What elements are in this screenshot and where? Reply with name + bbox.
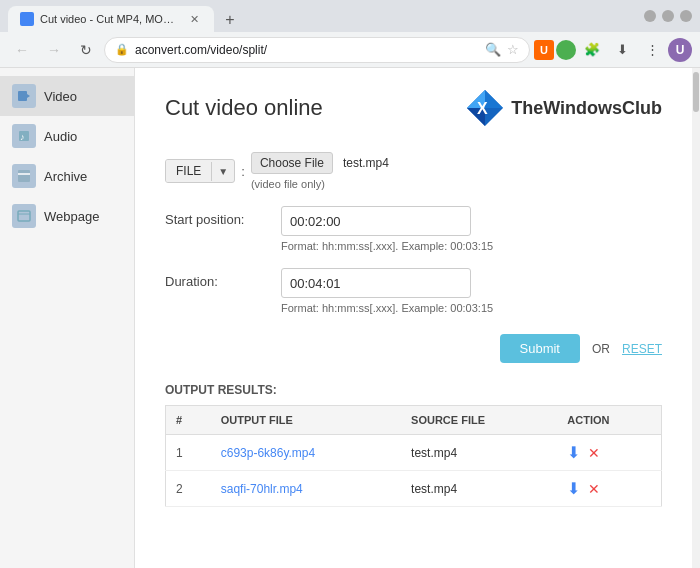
sidebar-item-webpage[interactable]: Webpage <box>0 196 134 236</box>
star-icon[interactable]: ☆ <box>507 42 519 57</box>
sidebar-webpage-label: Webpage <box>44 209 99 224</box>
sidebar-audio-label: Audio <box>44 129 77 144</box>
reload-button[interactable]: ↻ <box>72 36 100 64</box>
svg-marker-1 <box>27 94 30 98</box>
reset-button[interactable]: RESET <box>622 342 662 356</box>
start-position-row: Start position: Format: hh:mm:ss[.xxx]. … <box>165 206 662 252</box>
tab-title: Cut video - Cut MP4, MOV, WEB... <box>40 13 180 25</box>
selected-file-name: test.mp4 <box>343 156 389 170</box>
address-bar[interactable]: 🔒 aconvert.com/video/split/ 🔍 ☆ <box>104 37 530 63</box>
row-output-file[interactable]: saqfi-70hlr.mp4 <box>211 471 401 507</box>
tab-close-button[interactable]: ✕ <box>186 11 202 27</box>
output-file-link[interactable]: c693p-6k86y.mp4 <box>221 446 316 460</box>
maximize-button[interactable] <box>662 10 674 22</box>
row-actions: ⬇ ✕ <box>557 471 661 507</box>
table-row: 2 saqfi-70hlr.mp4 test.mp4 ⬇ ✕ <box>166 471 662 507</box>
action-icons: ⬇ ✕ <box>567 479 651 498</box>
brand-logo: X TheWindowsClub <box>465 88 662 128</box>
audio-icon: ♪ <box>12 124 36 148</box>
browser-toolbar: ← → ↻ 🔒 aconvert.com/video/split/ 🔍 ☆ U … <box>0 32 700 68</box>
duration-row: Duration: Format: hh:mm:ss[.xxx]. Exampl… <box>165 268 662 314</box>
col-header-action: ACTION <box>557 406 661 435</box>
delete-icon[interactable]: ✕ <box>588 445 600 461</box>
colon-separator: : <box>241 164 245 179</box>
col-header-num: # <box>166 406 211 435</box>
start-position-input[interactable] <box>281 206 471 236</box>
row-num: 1 <box>166 435 211 471</box>
row-source-file: test.mp4 <box>401 435 557 471</box>
download-icon[interactable]: ⬇ <box>567 479 580 498</box>
sidebar-item-archive[interactable]: Archive <box>0 156 134 196</box>
file-controls: FILE ▼ : Choose File test.mp4 (video fil… <box>165 152 389 190</box>
video-icon <box>12 84 36 108</box>
duration-label: Duration: <box>165 268 265 289</box>
file-type-button[interactable]: FILE ▼ <box>165 159 235 183</box>
download-icon[interactable]: ⬇ <box>567 443 580 462</box>
sidebar-archive-label: Archive <box>44 169 87 184</box>
sidebar-item-audio[interactable]: ♪ Audio <box>0 116 134 156</box>
svg-marker-9 <box>485 90 503 108</box>
file-dropdown-arrow[interactable]: ▼ <box>211 162 234 181</box>
choose-file-button[interactable]: Choose File <box>251 152 333 174</box>
output-section: OUTPUT RESULTS: # OUTPUT FILE SOURCE FIL… <box>165 383 662 507</box>
row-num: 2 <box>166 471 211 507</box>
submit-button[interactable]: Submit <box>500 334 580 363</box>
scrollbar-track[interactable] <box>692 68 700 568</box>
brand-diamond-icon: X <box>465 88 505 128</box>
profile-avatar[interactable]: U <box>668 38 692 62</box>
output-title: OUTPUT RESULTS: <box>165 383 662 397</box>
scrollbar-thumb[interactable] <box>693 72 699 112</box>
tab-favicon <box>20 12 34 26</box>
page-title: Cut video online <box>165 95 323 121</box>
start-position-group: Format: hh:mm:ss[.xxx]. Example: 00:03:1… <box>281 206 662 252</box>
svg-text:X: X <box>477 100 488 117</box>
action-row: Submit OR RESET <box>165 334 662 363</box>
delete-icon[interactable]: ✕ <box>588 481 600 497</box>
back-button[interactable]: ← <box>8 36 36 64</box>
u-extension-icon[interactable]: U <box>534 40 554 60</box>
new-tab-button[interactable]: + <box>218 8 242 32</box>
browser-content: Video ♪ Audio Archive Webpage Cut video … <box>0 68 700 568</box>
toolbar-actions: U 🧩 ⬇ ⋮ U <box>534 36 692 64</box>
page-content: Cut video online X TheWindowsClub <box>135 68 692 568</box>
or-text: OR <box>592 342 610 356</box>
lock-icon: 🔒 <box>115 43 129 56</box>
titlebar: Cut video - Cut MP4, MOV, WEB... ✕ + <box>0 0 700 32</box>
green-extension-icon[interactable] <box>556 40 576 60</box>
results-table: # OUTPUT FILE SOURCE FILE ACTION 1 c693p… <box>165 405 662 507</box>
duration-input[interactable] <box>281 268 471 298</box>
search-icon: 🔍 <box>485 42 501 57</box>
row-actions: ⬇ ✕ <box>557 435 661 471</box>
file-type-hint: (video file only) <box>251 178 389 190</box>
webpage-icon <box>12 204 36 228</box>
svg-rect-4 <box>18 170 30 182</box>
sidebar: Video ♪ Audio Archive Webpage <box>0 68 135 568</box>
output-file-link[interactable]: saqfi-70hlr.mp4 <box>221 482 303 496</box>
file-row: FILE ▼ : Choose File test.mp4 (video fil… <box>165 152 662 190</box>
archive-icon <box>12 164 36 188</box>
menu-button[interactable]: ⋮ <box>638 36 666 64</box>
brand-name-text: TheWindowsClub <box>511 98 662 119</box>
sidebar-item-video[interactable]: Video <box>0 76 134 116</box>
tab-bar: Cut video - Cut MP4, MOV, WEB... ✕ + <box>8 0 242 32</box>
minimize-button[interactable] <box>644 10 656 22</box>
forward-button[interactable]: → <box>40 36 68 64</box>
svg-rect-6 <box>18 211 30 221</box>
svg-rect-0 <box>18 91 27 101</box>
svg-text:♪: ♪ <box>20 132 25 142</box>
downloads-button[interactable]: ⬇ <box>608 36 636 64</box>
active-tab[interactable]: Cut video - Cut MP4, MOV, WEB... ✕ <box>8 6 214 32</box>
window-controls <box>644 10 692 22</box>
extensions-button[interactable]: 🧩 <box>578 36 606 64</box>
table-row: 1 c693p-6k86y.mp4 test.mp4 ⬇ ✕ <box>166 435 662 471</box>
row-output-file[interactable]: c693p-6k86y.mp4 <box>211 435 401 471</box>
table-header-row: # OUTPUT FILE SOURCE FILE ACTION <box>166 406 662 435</box>
file-type-label: FILE <box>166 160 211 182</box>
page-header: Cut video online X TheWindowsClub <box>165 88 662 128</box>
row-source-file: test.mp4 <box>401 471 557 507</box>
close-button[interactable] <box>680 10 692 22</box>
start-position-hint: Format: hh:mm:ss[.xxx]. Example: 00:03:1… <box>281 240 662 252</box>
col-header-output: OUTPUT FILE <box>211 406 401 435</box>
col-header-source: SOURCE FILE <box>401 406 557 435</box>
duration-hint: Format: hh:mm:ss[.xxx]. Example: 00:03:1… <box>281 302 662 314</box>
